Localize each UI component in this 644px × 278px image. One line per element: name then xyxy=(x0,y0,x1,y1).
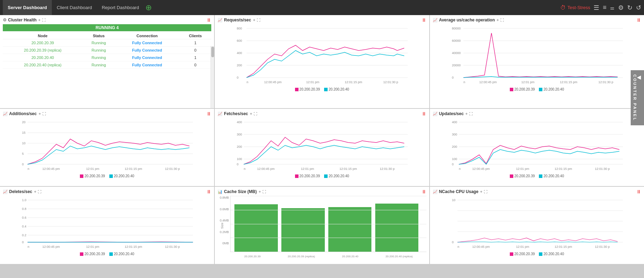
node-cell[interactable]: 20.200.20.39 (replica) xyxy=(3,47,83,54)
fetches-pause-button[interactable]: ⏸ xyxy=(422,111,426,117)
clients-cell: 0 xyxy=(179,61,212,69)
cluster-health-panel: ⚙ Cluster Health ✦ ⛶ ⏸ RUNNING 4 Node St… xyxy=(0,15,214,108)
svg-text:12:00:45 pm: 12:00:45 pm xyxy=(472,245,489,249)
fetches-expand-icon[interactable]: ⛶ xyxy=(254,112,257,116)
upd-legend-cyan xyxy=(539,174,542,178)
requests-pause-button[interactable]: ⏸ xyxy=(422,17,426,23)
del-legend-cyan xyxy=(109,252,113,256)
legend-node2: 20.200.20.40 xyxy=(324,87,349,91)
avg-legend-cyan xyxy=(539,88,542,91)
fetches-settings-icon[interactable]: ✦ xyxy=(249,112,252,116)
upd-legend-node2: 20.200.20.40 xyxy=(539,174,564,178)
avg-cache-chart-area: 80000 60000 40000 20000 0 n 12:00:45 pm … xyxy=(433,24,641,87)
running-bar: RUNNING 4 xyxy=(3,24,211,31)
svg-text:12:01:30 p: 12:01:30 p xyxy=(165,245,180,249)
svg-text:12:01:30 p: 12:01:30 p xyxy=(595,167,610,171)
node-cell[interactable]: 20.200.20.40 (replica) xyxy=(3,61,83,69)
additions-chart-area: 20 15 10 5 0 n 12:00:45 pm 12:01 pm 12:0… xyxy=(3,118,211,173)
refresh-icon[interactable]: ↻ xyxy=(627,4,632,12)
table-row: 20.200.20.40 Running Fully Connected 1 xyxy=(3,54,211,61)
cluster-icon: ⚙ xyxy=(3,18,7,22)
svg-text:1.0: 1.0 xyxy=(22,198,27,202)
menu-lines2-icon[interactable]: ≡ xyxy=(603,4,607,11)
svg-text:20000: 20000 xyxy=(452,64,460,67)
svg-text:12:00:45 pm: 12:00:45 pm xyxy=(257,167,275,171)
svg-text:300: 300 xyxy=(237,133,242,136)
avg-settings-icon[interactable]: ✦ xyxy=(496,18,499,22)
svg-text:12:01:30 p: 12:01:30 p xyxy=(598,80,613,84)
menu-lines3-icon[interactable]: ⚌ xyxy=(610,5,615,11)
svg-text:12:00:45 pm: 12:00:45 pm xyxy=(479,80,496,84)
deletes-expand-icon[interactable]: ⛶ xyxy=(38,190,41,194)
table-row: 20.200.20.39 Running Fully Connected 1 xyxy=(3,39,211,47)
grid-line-4 xyxy=(231,238,426,238)
cluster-settings-icon[interactable]: ✦ xyxy=(38,18,41,22)
cache-expand-icon[interactable]: ⛶ xyxy=(262,190,266,194)
del-legend-pink xyxy=(80,252,83,256)
menu-lines-icon[interactable]: ☰ xyxy=(594,4,599,12)
tab-report-dashboard[interactable]: Report Dashboard xyxy=(97,0,144,15)
bar-1 xyxy=(234,204,278,252)
counter-panel-button[interactable]: COUNTER PANEL xyxy=(631,70,644,125)
fetches-header: 📈 Fetches/sec ✦ ⛶ ⏸ xyxy=(218,111,426,117)
y-axis-title: Size xyxy=(220,223,224,229)
cache-y-axis: 0.8MB 0.6MB 0.4MB 0.2MB 0MB xyxy=(218,196,230,252)
cluster-scrollbar[interactable] xyxy=(211,46,214,108)
updates-legend: 20.200.20.39 20.200.20.40 xyxy=(433,174,641,178)
svg-text:0.8: 0.8 xyxy=(22,207,27,211)
cache-settings-icon[interactable]: ✦ xyxy=(258,190,261,194)
updates-settings-icon[interactable]: ✦ xyxy=(465,112,468,116)
updates-title: 📈 Updates/sec ✦ ⛶ xyxy=(433,111,473,116)
svg-text:300: 300 xyxy=(452,133,457,136)
additions-settings-icon[interactable]: ✦ xyxy=(38,112,41,116)
cluster-expand-icon[interactable]: ⛶ xyxy=(42,18,46,22)
tab-server-dashboard[interactable]: Server Dashboard xyxy=(3,0,52,15)
updates-panel: 📈 Updates/sec ✦ ⛶ ⏸ 400 300 200 100 0 xyxy=(430,109,644,186)
requests-expand-icon[interactable]: ⛶ xyxy=(257,18,260,22)
deletes-pause-button[interactable]: ⏸ xyxy=(206,189,211,194)
requests-settings-icon[interactable]: ✦ xyxy=(253,18,255,22)
fetches-panel: 📈 Fetches/sec ✦ ⛶ ⏸ 400 300 200 100 0 xyxy=(215,109,429,186)
svg-text:0.6: 0.6 xyxy=(22,216,27,219)
scrollbar-thumb[interactable] xyxy=(211,47,214,57)
svg-text:12:01:30 p: 12:01:30 p xyxy=(165,167,180,171)
tab-client-dashboard[interactable]: Client Dashboard xyxy=(52,0,97,15)
cpu-settings-icon[interactable]: ✦ xyxy=(480,190,482,194)
cluster-pause-button[interactable]: ⏸ xyxy=(206,17,211,23)
cache-pause-button[interactable]: ⏸ xyxy=(422,189,426,194)
deletes-settings-icon[interactable]: ✦ xyxy=(34,190,36,194)
node-cell[interactable]: 20.200.20.39 xyxy=(3,39,83,47)
add-tab-button[interactable]: ⊕ xyxy=(145,4,152,12)
cache-size-title: 📊 Cache Size (MB) ✦ ⛶ xyxy=(218,189,266,194)
svg-text:0: 0 xyxy=(237,76,239,79)
svg-text:12:01 pm: 12:01 pm xyxy=(516,167,529,171)
avg-expand-icon[interactable]: ⛶ xyxy=(500,18,504,22)
cpu-expand-icon[interactable]: ⛶ xyxy=(484,190,487,194)
brand-label: ⏱ Test-Stress xyxy=(560,5,590,11)
additions-pause-button[interactable]: ⏸ xyxy=(206,111,211,117)
svg-text:n: n xyxy=(459,167,460,171)
settings-icon[interactable]: ⚙ xyxy=(618,4,624,12)
grid-line-2 xyxy=(231,210,426,210)
svg-text:10: 10 xyxy=(452,198,455,202)
avg-pause-button[interactable]: ⏸ xyxy=(636,17,641,23)
additions-title: 📈 Additions/sec ✦ ⛶ xyxy=(3,111,46,116)
svg-text:12:00:45 pm: 12:00:45 pm xyxy=(42,167,60,171)
fetches-chart-area: 400 300 200 100 0 n 12:00:45 pm 12:01 pm… xyxy=(218,118,426,173)
svg-text:100: 100 xyxy=(237,157,242,161)
svg-text:60000: 60000 xyxy=(452,39,460,42)
requests-legend: 20.200.20.39 20.200.20.40 xyxy=(218,87,426,91)
del-legend-node1: 20.200.20.39 xyxy=(80,252,105,256)
bar-3 xyxy=(328,207,371,252)
top-nav-right: ⏱ Test-Stress ☰ ≡ ⚌ ⚙ ↻ ↺ xyxy=(560,4,641,12)
node-cell[interactable]: 20.200.20.40 xyxy=(3,54,83,61)
additions-expand-icon[interactable]: ⛶ xyxy=(42,112,46,116)
deletes-chart: 1.0 0.8 0.6 0.4 0.2 0 n 12:00:45 pm 12:0… xyxy=(3,196,211,250)
additions-panel: 📈 Additions/sec ✦ ⛶ ⏸ 20 15 10 5 0 xyxy=(0,109,214,186)
svg-text:n: n xyxy=(244,167,246,171)
svg-text:12:01:15 pm: 12:01:15 pm xyxy=(125,245,142,249)
refresh2-icon[interactable]: ↺ xyxy=(636,4,641,12)
fetches-icon: 📈 xyxy=(218,112,222,116)
updates-expand-icon[interactable]: ⛶ xyxy=(469,112,473,116)
cpu-pause-button[interactable]: ⏸ xyxy=(636,189,641,194)
